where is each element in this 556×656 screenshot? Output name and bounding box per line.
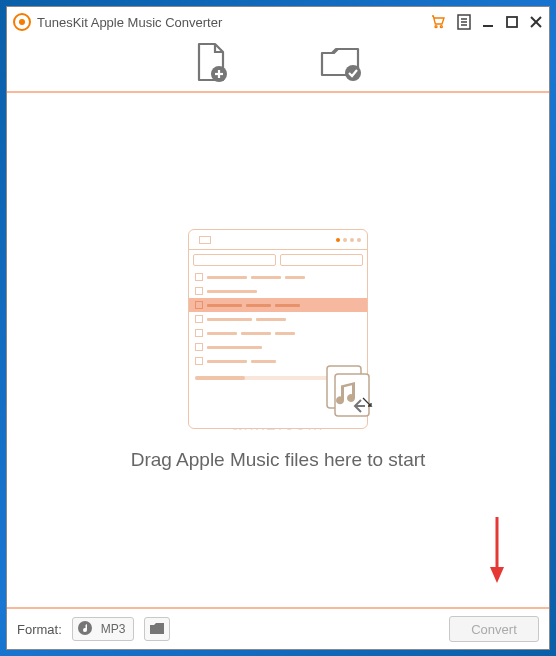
maximize-icon[interactable]: [505, 15, 519, 29]
app-logo-icon: [13, 13, 31, 31]
toolbar: [7, 37, 549, 93]
shopping-cart-icon[interactable]: [429, 14, 447, 30]
svg-point-1: [440, 26, 442, 28]
app-title: TunesKit Apple Music Converter: [37, 15, 429, 30]
minimize-icon[interactable]: [481, 15, 495, 29]
svg-rect-7: [507, 17, 517, 27]
close-icon[interactable]: [529, 15, 543, 29]
svg-point-17: [78, 621, 92, 635]
music-format-icon: [77, 620, 93, 639]
convert-button-label: Convert: [471, 622, 517, 637]
menu-icon[interactable]: [457, 14, 471, 30]
add-file-button[interactable]: [193, 42, 229, 86]
music-files-icon: [321, 364, 377, 420]
titlebar: TunesKit Apple Music Converter: [7, 7, 549, 37]
illustration: [188, 229, 368, 429]
main-drop-area[interactable]: 安下载 anxz.com Dra: [7, 93, 549, 607]
folder-icon: [149, 622, 165, 636]
annotation-arrow-icon: [487, 515, 507, 589]
format-selector[interactable]: MP3: [72, 617, 135, 641]
add-file-icon: [193, 42, 229, 82]
svg-point-0: [435, 26, 437, 28]
drop-hint-text: Drag Apple Music files here to start: [131, 449, 426, 471]
output-folder-icon: [319, 43, 363, 81]
browse-folder-button[interactable]: [144, 617, 170, 641]
format-value: MP3: [101, 622, 126, 636]
convert-button[interactable]: Convert: [449, 616, 539, 642]
output-folder-button[interactable]: [319, 43, 363, 85]
svg-point-13: [345, 65, 361, 81]
format-label: Format:: [17, 622, 62, 637]
bottombar: Format: MP3 Convert: [7, 607, 549, 649]
app-window: TunesKit Apple Music Converter: [6, 6, 550, 650]
